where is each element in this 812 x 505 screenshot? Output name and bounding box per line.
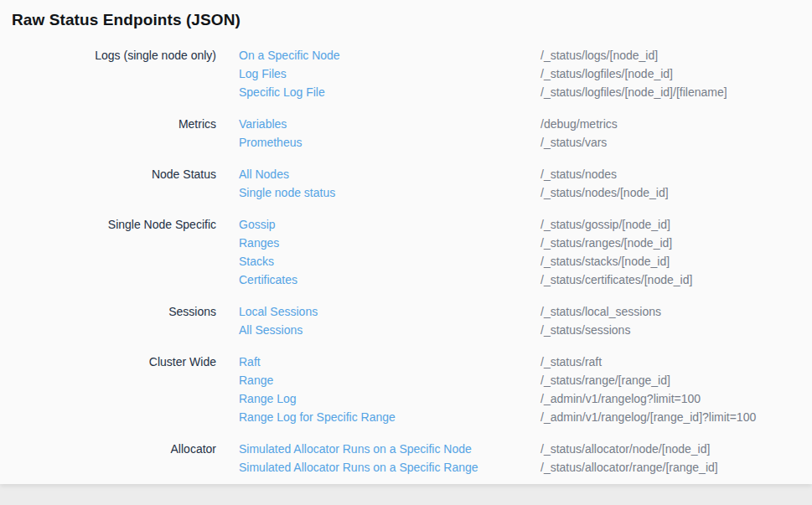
endpoint-row: Certificates/_status/certificates/[node_… xyxy=(12,271,812,289)
endpoint-link[interactable]: Local Sessions xyxy=(239,305,318,318)
endpoint-section: SessionsLocal Sessions/_status/local_ses… xyxy=(12,302,812,339)
endpoint-link-cell: All Nodes xyxy=(216,165,518,183)
endpoint-section: Logs (single node only)On a Specific Nod… xyxy=(12,46,812,101)
category-label: Single Node Specific xyxy=(12,215,216,234)
endpoint-link[interactable]: Range xyxy=(239,374,273,387)
category-label xyxy=(12,389,216,408)
endpoint-link-cell: Certificates xyxy=(216,271,518,289)
endpoint-row: Single node status/_status/nodes/[node_i… xyxy=(12,183,812,202)
endpoint-link[interactable]: All Nodes xyxy=(239,167,289,181)
endpoint-row: Log Files/_status/logfiles/[node_id] xyxy=(12,64,812,83)
endpoint-row: Stacks/_status/stacks/[node_id] xyxy=(12,252,812,271)
category-label: Logs (single node only) xyxy=(12,46,216,64)
category-label xyxy=(12,133,216,152)
endpoint-path: /_status/logs/[node_id] xyxy=(518,46,812,64)
endpoint-path: /_status/certificates/[node_id] xyxy=(518,271,812,289)
endpoint-path: /_admin/v1/rangelog/[range_id]?limit=100 xyxy=(518,408,812,426)
endpoint-link-cell: Raft xyxy=(216,353,518,371)
endpoint-link-cell: Range xyxy=(216,371,518,389)
endpoint-link-cell: Gossip xyxy=(216,215,518,234)
category-label xyxy=(12,458,216,477)
endpoint-path: /_status/stacks/[node_id] xyxy=(518,252,812,271)
endpoint-link[interactable]: Range Log for Specific Range xyxy=(239,410,396,424)
endpoint-row: Simulated Allocator Runs on a Specific R… xyxy=(12,458,812,477)
endpoint-path: /_status/vars xyxy=(518,133,812,152)
endpoint-link[interactable]: Log Files xyxy=(239,67,287,80)
category-label: Cluster Wide xyxy=(12,353,216,371)
endpoint-link[interactable]: On a Specific Node xyxy=(239,49,340,62)
endpoint-path: /_status/sessions xyxy=(518,321,812,339)
endpoint-path: /_status/nodes/[node_id] xyxy=(518,183,812,202)
category-label xyxy=(12,271,216,289)
endpoint-link-cell: Range Log xyxy=(216,389,518,408)
endpoint-row: Prometheus/_status/vars xyxy=(12,133,812,152)
category-label xyxy=(12,371,216,389)
endpoint-link-cell: All Sessions xyxy=(216,321,518,339)
endpoint-link-cell: Variables xyxy=(216,115,518,133)
endpoint-link[interactable]: Single node status xyxy=(239,186,335,199)
endpoint-row: Range Log/_admin/v1/rangelog?limit=100 xyxy=(12,389,812,408)
endpoint-link-cell: Local Sessions xyxy=(216,302,518,321)
endpoint-path: /_status/ranges/[node_id] xyxy=(518,234,812,252)
endpoint-link[interactable]: Specific Log File xyxy=(239,85,325,99)
category-label xyxy=(12,64,216,83)
endpoint-link[interactable]: Variables xyxy=(239,117,287,131)
endpoint-row: Range Log for Specific Range/_admin/v1/r… xyxy=(12,408,812,426)
endpoint-section: AllocatorSimulated Allocator Runs on a S… xyxy=(12,440,812,477)
category-label xyxy=(12,83,216,101)
endpoint-path: /_status/gossip/[node_id] xyxy=(518,215,812,234)
endpoint-link-cell: Simulated Allocator Runs on a Specific R… xyxy=(216,458,518,477)
endpoint-row: All Sessions/_status/sessions xyxy=(12,321,812,339)
endpoint-row: Cluster WideRaft/_status/raft xyxy=(12,353,812,371)
endpoint-link-cell: Prometheus xyxy=(216,133,518,152)
endpoint-path: /_status/range/[range_id] xyxy=(518,371,812,389)
endpoint-link-cell: Single node status xyxy=(216,183,518,202)
endpoint-link-cell: On a Specific Node xyxy=(216,46,518,64)
endpoint-link[interactable]: Prometheus xyxy=(239,136,302,149)
endpoint-path: /debug/metrics xyxy=(518,115,812,133)
category-label: Metrics xyxy=(12,115,216,133)
endpoint-path: /_status/logfiles/[node_id] xyxy=(518,64,812,83)
endpoint-path: /_status/allocator/node/[node_id] xyxy=(518,440,812,458)
endpoint-link[interactable]: Stacks xyxy=(239,255,274,268)
debug-page-content: Raw Status Endpoints (JSON) Logs (single… xyxy=(0,0,812,484)
endpoint-row: Specific Log File/_status/logfiles/[node… xyxy=(12,83,812,101)
endpoint-link[interactable]: Range Log xyxy=(239,392,297,405)
endpoint-path: /_status/nodes xyxy=(518,165,812,183)
endpoint-row: Node StatusAll Nodes/_status/nodes xyxy=(12,165,812,183)
endpoint-table: Logs (single node only)On a Specific Nod… xyxy=(12,46,812,477)
endpoint-row: Ranges/_status/ranges/[node_id] xyxy=(12,234,812,252)
category-label xyxy=(12,252,216,271)
endpoint-link-cell: Specific Log File xyxy=(216,83,518,101)
category-label xyxy=(12,183,216,202)
endpoint-row: Range/_status/range/[range_id] xyxy=(12,371,812,389)
endpoint-path: /_status/logfiles/[node_id]/[filename] xyxy=(518,83,812,101)
endpoint-path: /_status/local_sessions xyxy=(518,302,812,321)
endpoint-link[interactable]: Simulated Allocator Runs on a Specific N… xyxy=(239,442,472,456)
endpoint-link[interactable]: Raft xyxy=(239,355,261,368)
endpoint-link-cell: Ranges xyxy=(216,234,518,252)
endpoint-link[interactable]: Ranges xyxy=(239,236,279,250)
endpoint-link-cell: Log Files xyxy=(216,64,518,83)
endpoint-link-cell: Simulated Allocator Runs on a Specific N… xyxy=(216,440,518,458)
endpoint-path: /_admin/v1/rangelog?limit=100 xyxy=(518,389,812,408)
endpoint-link[interactable]: Certificates xyxy=(239,273,297,286)
endpoint-link[interactable]: Gossip xyxy=(239,218,276,231)
endpoint-section: Cluster WideRaft/_status/raftRange/_stat… xyxy=(12,353,812,426)
endpoint-row: SessionsLocal Sessions/_status/local_ses… xyxy=(12,302,812,321)
category-label: Sessions xyxy=(12,302,216,321)
endpoint-row: MetricsVariables/debug/metrics xyxy=(12,115,812,133)
endpoint-row: AllocatorSimulated Allocator Runs on a S… xyxy=(12,440,812,458)
endpoint-section: MetricsVariables/debug/metricsPrometheus… xyxy=(12,115,812,152)
endpoint-row: Single Node SpecificGossip/_status/gossi… xyxy=(12,215,812,234)
endpoint-section: Node StatusAll Nodes/_status/nodesSingle… xyxy=(12,165,812,202)
endpoint-link[interactable]: All Sessions xyxy=(239,323,303,337)
endpoint-link-cell: Stacks xyxy=(216,252,518,271)
endpoint-path: /_status/raft xyxy=(518,353,812,371)
category-label: Allocator xyxy=(12,440,216,458)
endpoint-path: /_status/allocator/range/[range_id] xyxy=(518,458,812,477)
endpoint-link[interactable]: Simulated Allocator Runs on a Specific R… xyxy=(239,461,478,474)
endpoint-link-cell: Range Log for Specific Range xyxy=(216,408,518,426)
category-label: Node Status xyxy=(12,165,216,183)
endpoint-row: Logs (single node only)On a Specific Nod… xyxy=(12,46,812,64)
